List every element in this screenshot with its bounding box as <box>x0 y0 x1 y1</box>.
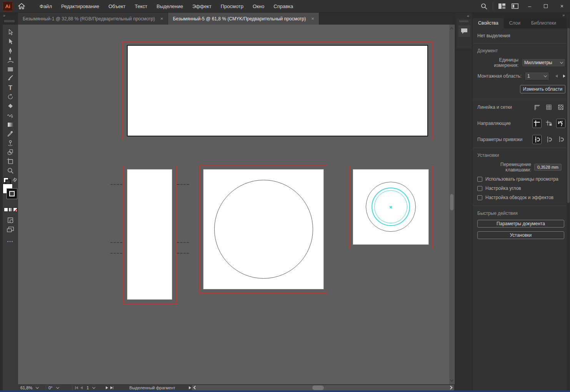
fold-mark <box>110 253 122 254</box>
document-tab-1-close-icon[interactable]: × <box>160 16 163 22</box>
document-tab-2-close-icon[interactable]: × <box>311 16 314 22</box>
vertical-scrollbar-thumb[interactable] <box>450 194 453 210</box>
panel-scrollbar-thumb[interactable] <box>567 28 570 203</box>
show-grid-icon[interactable] <box>544 103 553 112</box>
scroll-down-icon[interactable] <box>450 378 454 382</box>
horizontal-scrollbar-thumb[interactable] <box>312 385 324 390</box>
show-rulers-icon[interactable] <box>532 103 542 112</box>
menu-view[interactable]: Просмотр <box>216 0 248 13</box>
first-artboard-button[interactable] <box>75 386 78 389</box>
curvature-tool[interactable] <box>4 55 17 65</box>
none-chip[interactable] <box>13 208 17 212</box>
color-chip[interactable] <box>4 208 8 212</box>
status-menu-arrow-icon[interactable] <box>189 386 191 389</box>
shaper-tool[interactable] <box>4 111 17 120</box>
horizontal-scrollbar[interactable] <box>192 385 454 390</box>
comments-panel-button[interactable] <box>458 25 470 37</box>
lock-guides-icon[interactable] <box>544 119 553 128</box>
document-setup-button[interactable]: Параметры документа <box>477 220 564 228</box>
artboard-number-select[interactable]: 1 <box>85 385 103 391</box>
dock-expand-icon[interactable]: « <box>467 13 469 18</box>
preferences-button[interactable]: Установки <box>477 231 564 239</box>
minimize-button[interactable]: – <box>522 0 538 13</box>
tab-properties[interactable]: Свойства <box>473 18 504 28</box>
vertical-scrollbar[interactable] <box>449 25 454 384</box>
scroll-left-icon[interactable] <box>193 385 197 389</box>
direct-selection-tool[interactable] <box>4 37 17 46</box>
more-tools-button[interactable]: ••• <box>7 239 14 244</box>
close-button[interactable]: × <box>554 0 570 13</box>
default-fill-stroke-icon[interactable] <box>3 178 8 183</box>
arrange-documents-icon[interactable] <box>508 0 522 13</box>
circle-shape[interactable] <box>214 180 313 279</box>
zoom-level-select[interactable]: 61,8% <box>18 385 46 391</box>
pen-tool[interactable] <box>4 46 17 55</box>
next-artboard-button[interactable] <box>106 386 108 389</box>
menu-select[interactable]: Выделение <box>152 0 188 13</box>
puppet-warp-tool[interactable] <box>4 138 17 148</box>
panel-collapse-icon[interactable]: » <box>473 13 570 18</box>
panel-scrollbar[interactable] <box>567 13 570 390</box>
snap-to-point-icon[interactable] <box>532 135 542 144</box>
menu-help[interactable]: Справка <box>269 0 298 13</box>
artboard-select[interactable]: 1 <box>525 72 549 80</box>
gradient-tool[interactable] <box>4 120 17 129</box>
eyedropper-tool[interactable] <box>4 129 17 138</box>
center-point-marker <box>389 205 392 208</box>
previous-artboard-button[interactable] <box>80 386 83 389</box>
scale-strokes-checkbox[interactable] <box>477 195 482 200</box>
snap-to-grid-icon[interactable] <box>544 135 553 144</box>
menu-type[interactable]: Текст <box>130 0 152 13</box>
menu-effect[interactable]: Эффект <box>188 0 216 13</box>
paintbrush-tool[interactable] <box>4 74 17 83</box>
tab-layers[interactable]: Слои <box>504 18 526 28</box>
canvas[interactable] <box>18 25 455 384</box>
status-display[interactable]: Выделенный фрагмент <box>116 385 189 390</box>
tab-libraries[interactable]: Библиотеки <box>526 18 562 28</box>
snap-to-pixel-icon[interactable] <box>556 135 565 144</box>
rotation-select[interactable]: 0° <box>46 385 72 391</box>
artboard-2[interactable] <box>127 169 172 300</box>
menu-window[interactable]: Окно <box>248 0 269 13</box>
screen-mode-button[interactable] <box>4 225 17 234</box>
drawing-modes-button[interactable] <box>4 216 17 225</box>
smart-guides-icon[interactable] <box>556 119 565 128</box>
edit-artboards-button[interactable]: Изменить области <box>520 85 565 93</box>
home-icon[interactable] <box>18 3 25 9</box>
zoom-tool[interactable] <box>4 166 17 175</box>
maximize-button[interactable] <box>538 0 554 13</box>
stroke-color-swatch[interactable] <box>7 189 17 199</box>
rectangle-tool[interactable] <box>4 65 17 74</box>
artboard-1[interactable] <box>127 45 428 136</box>
next-artboard-icon[interactable] <box>563 75 565 78</box>
toolbar-expand-icon[interactable]: » <box>3 13 5 18</box>
scroll-up-icon[interactable] <box>450 27 454 31</box>
workspace-switcher-icon[interactable] <box>495 0 508 13</box>
show-guides-icon[interactable] <box>532 119 542 128</box>
search-icon[interactable] <box>477 0 490 13</box>
swap-fill-stroke-icon[interactable] <box>12 178 17 183</box>
toolbar-grip-handle[interactable] <box>5 20 15 22</box>
menu-edit[interactable]: Редактирование <box>57 0 104 13</box>
units-select[interactable]: Миллиметры <box>522 58 565 67</box>
scale-corners-checkbox[interactable] <box>477 186 482 191</box>
last-artboard-button[interactable] <box>110 386 113 389</box>
transparency-grid-icon[interactable] <box>556 103 565 112</box>
type-tool[interactable]: T <box>4 83 17 92</box>
shape-builder-tool[interactable] <box>4 148 17 157</box>
previous-artboard-icon[interactable] <box>555 75 558 78</box>
preview-bounds-checkbox[interactable] <box>477 177 482 182</box>
selection-tool[interactable] <box>4 28 17 37</box>
menu-file[interactable]: Файл <box>35 0 57 13</box>
document-tab-2[interactable]: Безымянный-5 @ 61,8 % (CMYK/Предваритель… <box>168 13 319 25</box>
dock-grip-handle[interactable] <box>460 20 469 22</box>
document-tab-1[interactable]: Безымянный-1 @ 32,88 % (RGB/Предваритель… <box>18 13 168 25</box>
scroll-right-icon[interactable] <box>449 385 453 389</box>
gradient-chip[interactable] <box>8 208 13 212</box>
keyboard-increment-value[interactable]: 0,3528 mm <box>534 164 562 171</box>
titlebar-separator <box>493 2 493 10</box>
menu-object[interactable]: Объект <box>104 0 130 13</box>
rotate-tool[interactable] <box>4 92 17 101</box>
eraser-tool[interactable] <box>4 101 17 111</box>
artboard-tool[interactable] <box>4 157 17 166</box>
